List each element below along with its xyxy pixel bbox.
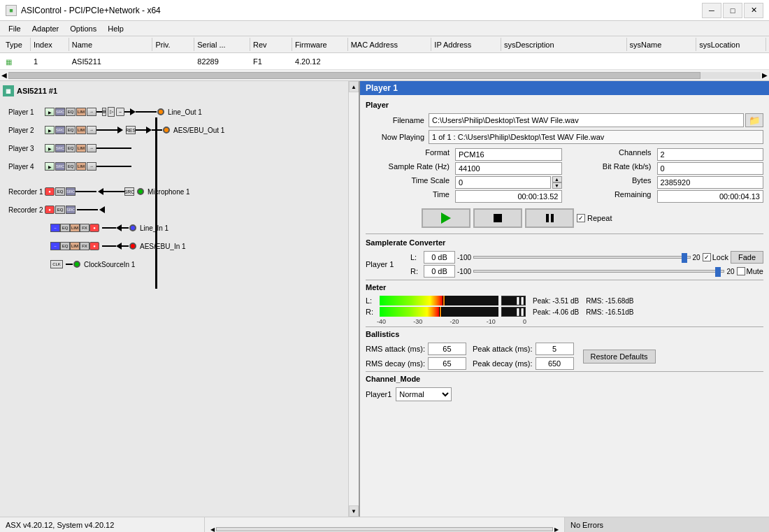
clock-row: CLK ClockSourceIn 1 [8,256,347,273]
line-in-line [102,227,116,229]
aesebu-in-limit[interactable]: LIM [70,242,80,250]
cell-rev: F1 [250,57,292,66]
peak-decay-input[interactable] [536,357,574,370]
table-row[interactable]: ▦ 1 ASI5211 82289 F1 4.20.12 [0,53,769,70]
player3-play-btn[interactable]: ▶ [45,144,55,152]
player2-out-icon[interactable]: → [87,126,96,134]
filename-input[interactable] [429,113,744,127]
sr-r-slider[interactable] [473,270,724,273]
sr-l-db-input[interactable] [424,251,455,264]
player3-src-icon[interactable]: SRC [55,144,65,152]
player4-limit-icon[interactable]: LIM [76,162,86,171]
sr-mute-checkbox[interactable] [737,267,745,275]
hscroll-bottom[interactable]: ◀ ▶ [210,526,559,532]
pause-button[interactable] [525,208,574,228]
maximize-button[interactable]: □ [723,3,742,18]
menu-file[interactable]: File [3,23,27,34]
clock-icon[interactable]: CLK [50,260,63,268]
player4-eq-icon[interactable]: EQ [66,162,76,171]
player1-src-icon[interactable]: SRC [55,108,65,116]
player1-out-icon[interactable]: → [87,108,96,116]
line-in-rec[interactable]: ● [89,224,99,232]
hscroll-track-bottom[interactable] [216,527,553,531]
player3-eq-icon[interactable]: EQ [66,144,76,152]
hscroll-left-btn[interactable]: ◀ [210,526,215,533]
left-panel-scrollbar[interactable]: ▲ ▼ [348,81,359,517]
line-in-fx[interactable]: FX [80,224,89,232]
time-scale-spinner[interactable]: ▲ ▼ [552,176,562,189]
player4-out-icon[interactable]: → [87,162,96,171]
player2-line [96,129,117,131]
samplerate-converter-section: Samplerate Converter Player 1 L: -100 [366,233,763,278]
status-left: ASX v4.20.12, System v4.20.12 [0,517,205,532]
minimize-button[interactable]: ─ [702,3,721,18]
recorder2-rec-icon[interactable]: ● [45,206,55,214]
line-in-icon1[interactable]: ~ [50,224,60,232]
player1-play-btn[interactable]: ▶ [45,108,55,116]
line-in-eq[interactable]: EQ [60,224,70,232]
time-scale-label: Time Scale [366,176,450,189]
restore-defaults-button[interactable]: Restore Defaults [583,350,656,364]
scroll-up-button[interactable]: ▲ [349,81,359,92]
player1-eq-icon[interactable]: EQ [66,108,76,116]
bit-rate-value: 0 [657,162,764,175]
stop-icon [494,214,502,222]
menu-help[interactable]: Help [102,23,129,34]
menu-options[interactable]: Options [64,23,102,34]
aesebu-in-icon1[interactable]: ~ [50,242,60,250]
line-in-label: Line_In 1 [140,224,168,232]
scroll-down-button[interactable]: ▼ [349,505,359,517]
close-button[interactable]: ✕ [744,3,763,18]
recorder1-rec-icon[interactable]: ● [45,187,55,196]
player2-src-icon[interactable]: SRC [55,126,65,134]
player4-play-btn[interactable]: ▶ [45,162,55,171]
line-in-limit[interactable]: LIM [70,224,80,232]
hscroll-right-btn[interactable]: ▶ [554,526,559,533]
folder-browse-button[interactable]: 📁 [745,113,763,127]
rms-decay-input[interactable] [428,357,466,370]
status-scroll-area[interactable]: ◀ ▶ [205,517,565,532]
rms-attack-input[interactable] [428,343,466,355]
player-1-row: Player 1 ▶ SRC EQ LIM → ⊕ ▷ ~ [8,103,347,120]
spinner-up[interactable]: ▲ [552,176,562,182]
sr-l-thumb[interactable] [682,253,687,263]
recorder2-eq-icon[interactable]: EQ [55,206,65,214]
spinner-down[interactable]: ▼ [552,182,562,189]
player3-out-icon[interactable]: → [87,144,96,152]
peak-attack-input[interactable] [536,343,574,355]
recorder1-eq-icon[interactable]: EQ [55,187,65,196]
recorder2-sig-icon[interactable]: SRC [66,206,76,214]
time-scale-value[interactable]: 0 [455,176,551,189]
menu-adapter[interactable]: Adapter [27,23,65,34]
play-button[interactable] [422,208,470,228]
player1-line2 [124,111,130,113]
player3-limit-icon[interactable]: LIM [76,144,86,152]
chmode-select[interactable]: Normal Mono L Mono R Stereo Reverse [396,387,452,401]
sr-fade-button[interactable]: Fade [731,251,763,264]
player1-limit-icon[interactable]: LIM [76,108,86,116]
player2-eq-icon[interactable]: EQ [66,126,76,134]
device-icon: ▦ [3,85,14,96]
recorder1-sig-icon[interactable]: SRC [66,187,76,196]
repeat-checkbox[interactable]: ✓ [577,214,585,222]
player-1-icons: ▶ SRC EQ LIM → [45,108,96,116]
hscrollbar[interactable]: ◀ ▶ [0,70,769,81]
player2-play-btn[interactable]: ▶ [45,126,55,134]
meter-scale: -40 -30 -20 -10 0 [366,318,526,325]
filename-row: Filename 📁 [366,113,763,127]
line-in-icons: ~ EQ LIM FX ● [50,224,99,232]
aesebu-in-rec[interactable]: ● [89,242,99,250]
aesebu-in-fx[interactable]: FX [80,242,89,250]
scale-20: -20 [450,318,459,325]
player2-limit-icon[interactable]: LIM [76,126,86,134]
stop-button[interactable] [473,208,522,228]
player1-fx-icon: ~ [116,108,124,116]
recorder-1-row: Recorder 1 ● EQ SRC SRC Micr [8,183,347,200]
sr-r-db-input[interactable] [424,265,455,278]
aesebu-in-eq[interactable]: EQ [60,242,70,250]
sr-r-thumb[interactable] [715,267,721,277]
player2-merge-icon: RES [126,126,136,134]
player4-src-icon[interactable]: SRC [55,162,65,171]
sr-lock-checkbox[interactable]: ✓ [703,253,711,261]
sr-l-slider[interactable] [473,256,691,259]
